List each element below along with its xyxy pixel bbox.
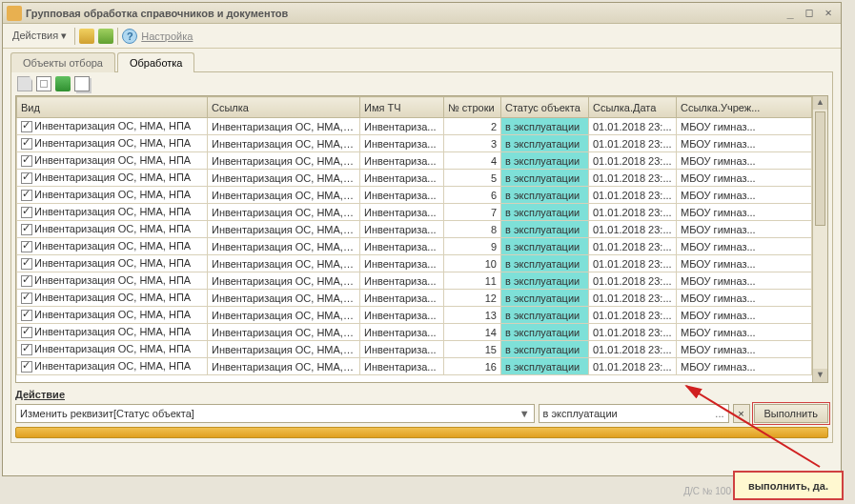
- copy-icon[interactable]: [74, 76, 90, 91]
- table-row[interactable]: Инвентаризация ОС, НМА, НПАИнвентаризаци…: [17, 272, 812, 290]
- row-checkbox[interactable]: [21, 361, 32, 373]
- cell-status: в эксплуатации: [501, 358, 589, 375]
- table-row[interactable]: Инвентаризация ОС, НМА, НПАИнвентаризаци…: [17, 238, 812, 255]
- execute-button[interactable]: Выполнить: [754, 404, 828, 423]
- table-row[interactable]: Инвентаризация ОС, НМА, НПАИнвентаризаци…: [17, 152, 812, 170]
- help-icon[interactable]: ?: [122, 29, 137, 44]
- table-row[interactable]: Инвентаризация ОС, НМА, НПАИнвентаризаци…: [17, 358, 812, 375]
- table-row[interactable]: Инвентаризация ОС, НМА, НПАИнвентаризаци…: [17, 204, 812, 221]
- cell-tch: Инвентариза...: [360, 307, 444, 324]
- scroll-thumb[interactable]: [815, 111, 825, 226]
- cell-vid: Инвентаризация ОС, НМА, НПА: [34, 171, 191, 183]
- row-checkbox[interactable]: [21, 292, 32, 304]
- minimize-button[interactable]: _: [782, 6, 799, 21]
- cell-ssylka: Инвентаризация ОС, НМА, НП...: [208, 341, 360, 358]
- select-icon[interactable]: [36, 76, 51, 91]
- table-row[interactable]: Инвентаризация ОС, НМА, НПАИнвентаризаци…: [17, 135, 812, 152]
- cell-n: 16: [444, 358, 501, 375]
- row-checkbox[interactable]: [21, 344, 32, 355]
- cell-ssylka: Инвентаризация ОС, НМА, НП...: [208, 170, 360, 187]
- table-row[interactable]: Инвентаризация ОС, НМА, НПАИнвентаризаци…: [17, 187, 812, 204]
- col-imya-tch[interactable]: Имя ТЧ: [360, 97, 444, 118]
- table-row[interactable]: Инвентаризация ОС, НМА, НПАИнвентаризаци…: [17, 290, 812, 307]
- col-vid[interactable]: Вид: [17, 97, 208, 118]
- row-checkbox[interactable]: [21, 275, 32, 287]
- cell-data: 01.01.2018 23:...: [589, 290, 677, 307]
- vertical-scrollbar[interactable]: ▲ ▼: [812, 96, 827, 382]
- cell-data: 01.01.2018 23:...: [589, 358, 677, 375]
- cell-tch: Инвентариза...: [360, 187, 444, 204]
- action-type-select[interactable]: Изменить реквизит[Статус объекта] ▼: [15, 404, 535, 423]
- action-value-text: в эксплуатации: [543, 408, 618, 419]
- toolbar-icon-2[interactable]: [98, 29, 113, 44]
- table-row[interactable]: Инвентаризация ОС, НМА, НПАИнвентаризаци…: [17, 221, 812, 238]
- value-select-button[interactable]: ...: [715, 408, 723, 419]
- cell-ssylka: Инвентаризация ОС, НМА, НП...: [208, 204, 360, 221]
- check-all-icon[interactable]: [55, 76, 71, 91]
- row-checkbox[interactable]: [21, 138, 32, 150]
- scroll-down-button[interactable]: ▼: [813, 369, 827, 382]
- cell-vid: Инвентаризация ОС, НМА, НПА: [34, 309, 191, 320]
- scroll-up-button[interactable]: ▲: [813, 96, 827, 110]
- cell-vid: Инвентаризация ОС, НМА, НПА: [34, 274, 191, 286]
- cell-vid: Инвентаризация ОС, НМА, НПА: [34, 120, 191, 131]
- toolbar-separator: [117, 28, 118, 45]
- row-checkbox[interactable]: [21, 310, 32, 321]
- hint-callout: выполнить, да.: [733, 471, 844, 500]
- cell-uch: МБОУ гимназ...: [677, 152, 812, 170]
- cell-vid: Инвентаризация ОС, НМА, НПА: [34, 257, 191, 269]
- row-checkbox[interactable]: [21, 258, 32, 270]
- row-checkbox[interactable]: [21, 190, 32, 201]
- tab-processing[interactable]: Обработка: [117, 52, 194, 72]
- cell-n: 13: [444, 307, 501, 324]
- col-status[interactable]: Статус объекта: [501, 97, 589, 118]
- cell-n: 10: [444, 255, 501, 272]
- col-ssylka[interactable]: Ссылка: [208, 97, 360, 118]
- cell-uch: МБОУ гимназ...: [677, 170, 812, 187]
- cell-uch: МБОУ гимназ...: [677, 341, 812, 358]
- cell-ssylka: Инвентаризация ОС, НМА, НП...: [208, 135, 360, 152]
- table-row[interactable]: Инвентаризация ОС, НМА, НПАИнвентаризаци…: [17, 324, 812, 341]
- row-checkbox[interactable]: [21, 172, 32, 184]
- hint-text: выполнить, да.: [748, 480, 828, 492]
- app-icon: [7, 6, 22, 21]
- row-checkbox[interactable]: [21, 121, 32, 132]
- cell-n: 3: [444, 135, 501, 152]
- row-checkbox[interactable]: [21, 327, 32, 338]
- action-select-value: Изменить реквизит[Статус объекта]: [20, 408, 194, 419]
- toolbar-separator: [74, 28, 75, 45]
- col-data[interactable]: Ссылка.Дата: [589, 97, 677, 118]
- row-checkbox[interactable]: [21, 224, 32, 235]
- col-n-stroki[interactable]: № строки: [444, 97, 501, 118]
- cell-data: 01.01.2018 23:...: [589, 204, 677, 221]
- row-checkbox[interactable]: [21, 155, 32, 167]
- table-row[interactable]: Инвентаризация ОС, НМА, НПАИнвентаризаци…: [17, 170, 812, 187]
- settings-link[interactable]: Настройка: [141, 30, 193, 42]
- toolbar-icon-1[interactable]: [79, 29, 94, 44]
- data-grid: Вид Ссылка Имя ТЧ № строки Статус объект…: [15, 95, 828, 383]
- table-row[interactable]: Инвентаризация ОС, НМА, НПАИнвентаризаци…: [17, 118, 812, 135]
- edit-icon[interactable]: [17, 76, 32, 91]
- row-checkbox[interactable]: [21, 241, 32, 252]
- tab-objects-filter[interactable]: Объекты отбора: [10, 52, 115, 72]
- table-row[interactable]: Инвентаризация ОС, НМА, НПАИнвентаризаци…: [17, 341, 812, 358]
- main-window: Групповая обработка справочников и докум…: [2, 2, 842, 476]
- close-button[interactable]: ✕: [820, 6, 837, 21]
- cell-tch: Инвентариза...: [360, 170, 444, 187]
- cell-n: 4: [444, 152, 501, 170]
- cell-n: 14: [444, 324, 501, 341]
- titlebar[interactable]: Групповая обработка справочников и докум…: [3, 3, 841, 24]
- table-row[interactable]: Инвентаризация ОС, НМА, НПАИнвентаризаци…: [17, 255, 812, 272]
- actions-menu-button[interactable]: Действия ▾: [9, 28, 71, 44]
- cell-uch: МБОУ гимназ...: [677, 221, 812, 238]
- clear-value-button[interactable]: ×: [733, 404, 750, 423]
- cell-status: в эксплуатации: [501, 238, 589, 255]
- action-value-input[interactable]: в эксплуатации ...: [539, 404, 729, 423]
- row-checkbox[interactable]: [21, 207, 32, 218]
- cell-vid: Инвентаризация ОС, НМА, НПА: [34, 189, 191, 200]
- cell-status: в эксплуатации: [501, 272, 589, 290]
- table-row[interactable]: Инвентаризация ОС, НМА, НПАИнвентаризаци…: [17, 307, 812, 324]
- maximize-button[interactable]: □: [801, 6, 818, 21]
- cell-status: в эксплуатации: [501, 204, 589, 221]
- col-uchrezh[interactable]: Ссылка.Учреж...: [677, 97, 812, 118]
